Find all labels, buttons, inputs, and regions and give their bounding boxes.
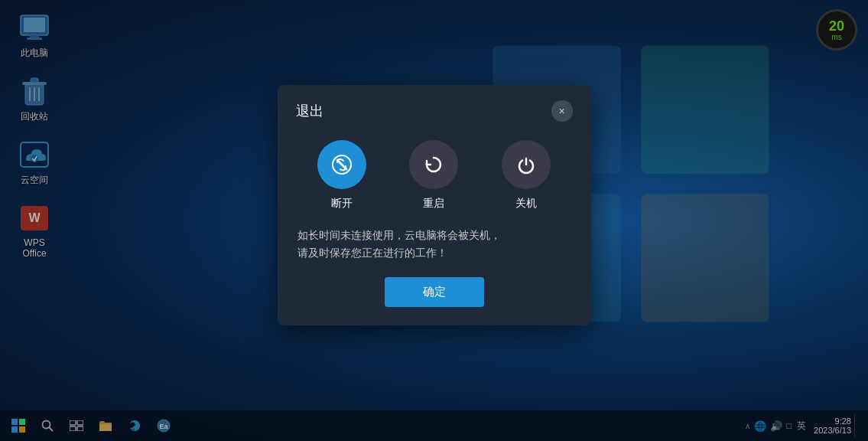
shutdown-button[interactable]: 关机 xyxy=(502,140,551,211)
disconnect-label: 断开 xyxy=(331,197,353,211)
restart-icon xyxy=(422,153,445,176)
dialog-header: 退出 × xyxy=(296,100,573,122)
dialog-warning-text: 如长时间未连接使用，云电脑将会被关机，请及时保存您正在进行的工作！ xyxy=(296,227,573,263)
shutdown-icon-circle xyxy=(502,140,551,189)
disconnect-button[interactable]: 断开 xyxy=(317,140,366,211)
dialog-close-button[interactable]: × xyxy=(551,100,573,122)
dialog-title: 退出 xyxy=(296,102,323,120)
restart-button[interactable]: 重启 xyxy=(409,140,458,211)
modal-overlay: 退出 × 断开 xyxy=(0,0,868,441)
svg-line-19 xyxy=(337,160,346,169)
disconnect-icon-circle xyxy=(317,140,366,189)
shutdown-icon xyxy=(515,153,538,176)
restart-icon-circle xyxy=(409,140,458,189)
restart-label: 重启 xyxy=(423,197,444,211)
shutdown-label: 关机 xyxy=(515,197,537,211)
exit-dialog: 退出 × 断开 xyxy=(278,85,591,326)
dialog-actions: 断开 重启 xyxy=(296,140,573,211)
desktop: 此电脑 回收站 xyxy=(0,0,868,441)
disconnect-icon xyxy=(330,153,353,176)
confirm-button[interactable]: 确定 xyxy=(385,277,484,307)
